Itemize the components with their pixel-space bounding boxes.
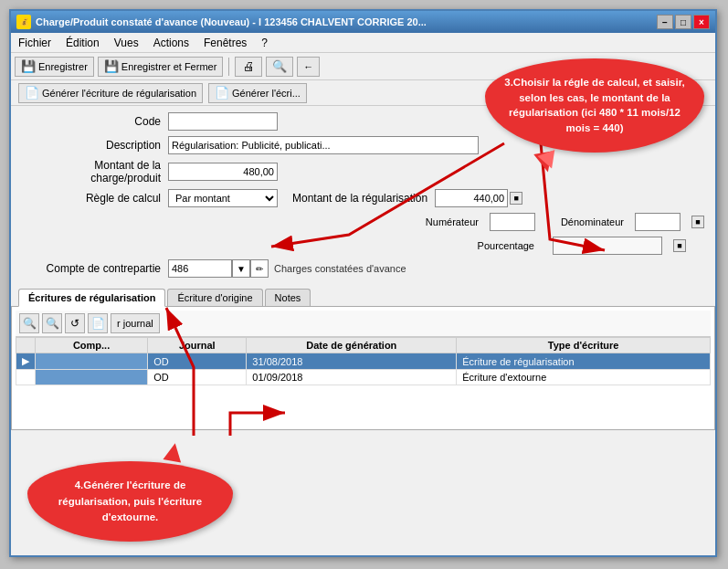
numerateur-row: Numérateur Dénominateur ■ <box>22 212 704 232</box>
save-close-button[interactable]: 💾 Enregistrer et Fermer <box>98 57 224 77</box>
app-icon: 💰 <box>16 15 31 29</box>
cell-type: Écriture de régularisation <box>457 353 711 370</box>
callout-bottom-text: 4.Générer l'écriture de régularisation, … <box>58 479 202 522</box>
generate-label: Générer l'écriture de régularisation <box>42 88 196 99</box>
menu-edition[interactable]: Édition <box>62 36 103 50</box>
generate-icon: 📄 <box>25 86 39 100</box>
preview-button[interactable]: 🔍 <box>266 57 293 77</box>
save-button[interactable]: 💾 Enregistrer <box>15 57 94 77</box>
montant-input[interactable] <box>168 163 278 181</box>
title-bar-left: 💰 Charge/Produit constaté d'avance (Nouv… <box>16 15 427 29</box>
back-label: ← <box>303 61 313 72</box>
cell-type: Écriture d'extourne <box>457 370 711 385</box>
montant-reg-icon[interactable]: ■ <box>510 192 522 205</box>
compte-edit-btn[interactable]: ✏ <box>250 259 269 278</box>
menu-bar: Fichier Édition Vues Actions Fenêtres ? <box>11 33 715 53</box>
save-close-label: Enregistrer et Fermer <box>121 61 217 72</box>
save-close-icon: 💾 <box>104 59 119 74</box>
generate-regularisation-button[interactable]: 📄 Générer l'écriture de régularisation <box>18 83 203 103</box>
compte-select-btn[interactable]: ▼ <box>232 259 250 278</box>
pourcentage-input[interactable] <box>553 237 662 255</box>
col-type: Type d'écriture <box>457 338 711 353</box>
cell-comp <box>36 370 148 385</box>
denominateur-label: Dénominateur <box>561 216 624 227</box>
tab-notes[interactable]: Notes <box>265 289 311 306</box>
save-label: Enregistrer <box>38 61 88 72</box>
generate2-button[interactable]: 📄 Générer l'écri... <box>208 83 307 103</box>
col-comp: Comp... <box>36 338 148 353</box>
description-input[interactable] <box>168 136 479 154</box>
compte-input[interactable] <box>168 259 232 278</box>
generate2-label: Générer l'écri... <box>232 88 301 99</box>
montant-row: Montant de la charge/produit <box>22 159 704 184</box>
col-arrow <box>16 338 36 353</box>
table-row[interactable]: OD 01/09/2018 Écriture d'extourne <box>16 370 711 385</box>
maximize-button[interactable]: □ <box>675 15 691 29</box>
preview-icon: 🔍 <box>272 59 287 74</box>
main-window: 💰 Charge/Produit constaté d'avance (Nouv… <box>9 9 717 557</box>
menu-vues[interactable]: Vues <box>111 36 142 50</box>
tab-toolbar: 🔍 🔍 ↺ 📄 r journal <box>16 311 711 337</box>
col-journal: Journal <box>148 338 247 353</box>
doc-btn[interactable]: 📄 <box>88 313 108 333</box>
menu-actions[interactable]: Actions <box>150 36 193 50</box>
menu-fenetres[interactable]: Fenêtres <box>200 36 250 50</box>
zoom-in-btn[interactable]: 🔍 <box>19 313 39 333</box>
generate2-icon: 📄 <box>215 86 229 100</box>
code-input[interactable] <box>168 112 278 131</box>
cell-date: 31/08/2018 <box>247 353 457 370</box>
row-arrow <box>16 370 36 385</box>
montant-reg-input[interactable] <box>435 189 508 207</box>
table-row[interactable]: ▶ OD 31/08/2018 Écriture de régularisati… <box>16 353 711 370</box>
tab-ecritures-regularisation[interactable]: Écritures de régularisation <box>18 289 165 307</box>
back-button[interactable]: ← <box>297 57 320 77</box>
compte-label: Compte de contrepartie <box>22 262 168 275</box>
calcul-select[interactable]: Par montant <box>168 189 278 207</box>
print-button[interactable]: 🖨 <box>235 57 262 77</box>
title-bar-controls: − □ × <box>657 15 710 29</box>
calcul-row: Règle de calcul Par montant Montant de l… <box>22 188 704 208</box>
montant-reg-label: Montant de la régularisation <box>292 192 427 205</box>
code-label: Code <box>22 115 168 128</box>
compte-row: Compte de contrepartie ▼ ✏ Charges const… <box>22 259 704 278</box>
callout-bottom: 4.Générer l'écriture de régularisation, … <box>27 461 233 542</box>
tab-content-ecritures: 🔍 🔍 ↺ 📄 r journal Comp... Journal Date d… <box>11 307 715 430</box>
col-date: Date de génération <box>247 338 457 353</box>
cell-date: 01/09/2018 <box>247 370 457 385</box>
refresh-btn[interactable]: ↺ <box>65 313 85 333</box>
title-bar: 💰 Charge/Produit constaté d'avance (Nouv… <box>11 11 715 33</box>
callout-top-text: 3.Choisir la régle de calcul, et saisir,… <box>504 77 685 133</box>
tab-ecriture-origine[interactable]: Écriture d'origine <box>167 289 262 306</box>
denominateur-input[interactable] <box>635 213 681 231</box>
cell-journal: OD <box>148 353 247 370</box>
pourcentage-row: Pourcentage ■ <box>22 236 686 256</box>
cell-journal: OD <box>148 370 247 385</box>
numerateur-input[interactable] <box>490 213 535 231</box>
cell-comp <box>36 353 148 370</box>
pourcentage-label: Pourcentage <box>478 240 534 251</box>
window-title: Charge/Produit constaté d'avance (Nouvea… <box>36 16 427 27</box>
pourcentage-icon[interactable]: ■ <box>673 239 686 252</box>
montant-label: Montant de la charge/produit <box>22 159 168 184</box>
toolbar-separator <box>228 58 229 76</box>
description-label: Description <box>22 139 168 152</box>
zoom-out-btn[interactable]: 🔍 <box>42 313 62 333</box>
ecritures-table: Comp... Journal Date de génération Type … <box>16 337 711 385</box>
print-icon: 🖨 <box>241 59 256 74</box>
menu-help[interactable]: ? <box>258 36 271 50</box>
minimize-button[interactable]: − <box>657 15 673 29</box>
save-icon: 💾 <box>21 59 36 74</box>
denominateur-icon[interactable]: ■ <box>691 216 704 228</box>
close-button[interactable]: × <box>693 15 710 29</box>
calcul-label: Règle de calcul <box>22 192 168 205</box>
journal-btn[interactable]: r journal <box>111 313 160 333</box>
numerateur-label: Numérateur <box>426 216 479 227</box>
menu-fichier[interactable]: Fichier <box>15 36 55 50</box>
compte-description: Charges constatées d'avance <box>274 263 406 274</box>
tabs: Écritures de régularisation Écriture d'o… <box>11 289 715 307</box>
row-arrow: ▶ <box>16 353 36 370</box>
